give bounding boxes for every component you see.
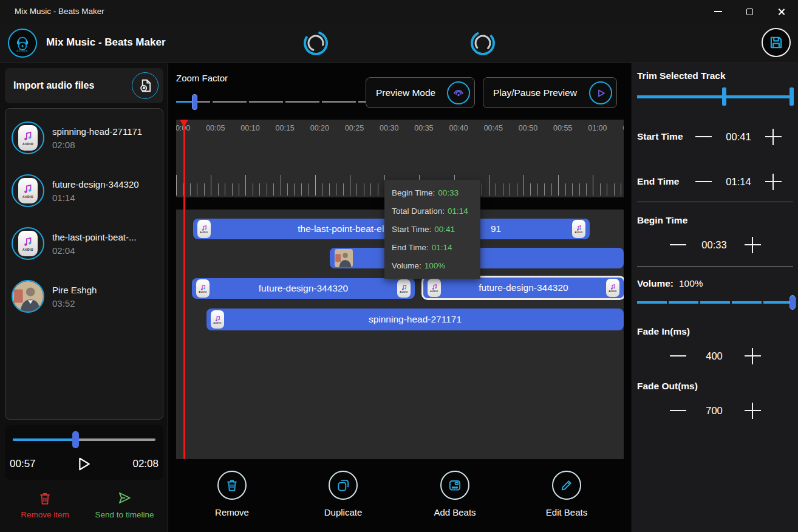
import-audio-button[interactable] <box>132 72 159 99</box>
remove-item-label: Remove item <box>21 510 69 519</box>
eye-icon <box>447 81 470 104</box>
import-title: Import audio files <box>13 68 94 103</box>
minimize-button[interactable] <box>702 0 734 23</box>
tooltip-begin-time: 00:33 <box>438 188 459 197</box>
add-beats-button[interactable]: Add Beats <box>421 471 488 517</box>
clip-label: future-design-344320 <box>423 278 624 298</box>
duplicate-track-label: Duplicate <box>324 507 363 517</box>
track-clip[interactable]: AUDIO spinning-head-271171 <box>206 309 624 330</box>
volume-slider[interactable] <box>637 295 794 310</box>
fade-in-decrease-button[interactable] <box>666 345 690 367</box>
track-clip-selected[interactable]: AUDIO future-design-344320 AUDIO <box>421 276 624 300</box>
send-to-timeline-button[interactable]: Send to timeline <box>84 491 165 519</box>
end-time-increase-button[interactable] <box>761 171 785 193</box>
minus-icon <box>695 136 712 137</box>
minus-icon <box>670 410 686 411</box>
audio-file-icon: AUDIO <box>12 174 44 207</box>
playhead[interactable] <box>183 120 185 459</box>
preview-mode-button[interactable]: Preview Mode <box>366 77 475 108</box>
import-header: Import audio files <box>5 68 163 103</box>
fade-out-value: 700 <box>693 400 735 421</box>
file-duration: 02:08 <box>52 140 142 150</box>
loading-spinner <box>302 30 329 56</box>
window-title: Mix Music - Beats Maker <box>15 0 104 23</box>
fade-out-label: Fade Out(ms) <box>637 380 698 392</box>
fade-out-decrease-button[interactable] <box>666 400 690 421</box>
titlebar: Mix Music - Beats Maker <box>0 0 798 23</box>
clip-label-suffix: 91 <box>491 219 501 239</box>
fade-out-row: 700 <box>632 400 798 421</box>
file-duration: 02:04 <box>52 245 136 256</box>
import-sidebar: Import audio files AUDIO <box>0 63 168 532</box>
start-time-value: 00:41 <box>717 126 760 148</box>
plus-icon <box>765 174 782 190</box>
zoom-factor-slider[interactable] <box>176 95 389 109</box>
clip-thumbnail <box>335 249 353 267</box>
remove-track-button[interactable]: Remove <box>199 471 265 517</box>
player-seek-slider[interactable] <box>13 438 155 441</box>
volume-slider-handle[interactable] <box>789 295 796 310</box>
fade-in-increase-button[interactable] <box>740 345 765 367</box>
fade-out-increase-button[interactable] <box>740 400 765 421</box>
remove-item-button[interactable]: Remove item <box>11 491 79 519</box>
duplicate-icon <box>329 471 358 500</box>
tooltip-volume: 100% <box>425 261 446 270</box>
close-button[interactable] <box>765 0 797 23</box>
trim-range-slider[interactable] <box>637 87 794 106</box>
file-name: the-last-point-beat-... <box>52 232 136 242</box>
begin-time-increase-button[interactable] <box>740 234 765 256</box>
trim-end-handle[interactable] <box>789 87 794 106</box>
file-duration: 03:52 <box>52 298 97 309</box>
start-time-label: Start Time <box>637 126 683 148</box>
player-elapsed-time: 00:57 <box>10 458 36 470</box>
maximize-button[interactable] <box>734 0 765 23</box>
clip-label: the-last-point-beat-ele <box>298 219 389 239</box>
start-time-decrease-button[interactable] <box>691 126 715 148</box>
list-item[interactable]: Pire Eshgh 03:52 <box>12 275 159 318</box>
audio-file-icon: AUDIO <box>12 121 44 154</box>
timeline-area: Zoom Factor Preview Mode Play/Pause Prev… <box>168 63 632 532</box>
zoom-factor-label: Zoom Factor <box>176 73 228 83</box>
trim-start-handle[interactable] <box>722 87 726 106</box>
play-pause-preview-button[interactable]: Play/Pause Preview <box>483 77 617 108</box>
trim-slider-track <box>637 95 794 98</box>
zoom-slider-track <box>176 101 389 103</box>
avatar <box>12 280 44 313</box>
edit-beats-button[interactable]: Edit Beats <box>533 471 600 517</box>
fade-in-row: 400 <box>632 345 798 367</box>
track-clip[interactable]: AUDIO future-design-344320 AUDIO <box>192 278 415 299</box>
fade-in-label: Fade In(ms) <box>637 326 690 338</box>
player-play-button[interactable] <box>77 457 92 471</box>
end-time-decrease-button[interactable] <box>691 171 715 193</box>
list-item[interactable]: AUDIO future-design-344320 01:14 <box>12 169 159 213</box>
end-time-label: End Time <box>637 171 679 193</box>
loading-spinner <box>469 30 496 56</box>
start-time-row: Start Time 00:41 <box>632 126 798 148</box>
save-icon <box>768 35 784 50</box>
maximize-icon <box>746 9 753 15</box>
preview-mode-label: Preview Mode <box>376 87 435 98</box>
save-button[interactable] <box>762 28 791 57</box>
player-slider-handle[interactable] <box>72 431 79 448</box>
window-controls <box>702 0 797 23</box>
send-to-timeline-label: Send to timeline <box>95 510 154 519</box>
plus-icon <box>745 403 761 419</box>
play-pause-label: Play/Pause Preview <box>493 87 577 98</box>
clip-tooltip: Begin Time:00:33 Total Duration:01:14 St… <box>384 180 480 279</box>
preview-player: 00:57 02:08 <box>5 425 163 480</box>
list-item[interactable]: AUDIO spinning-head-271171 02:08 <box>12 116 159 160</box>
begin-time-decrease-button[interactable] <box>666 234 690 256</box>
plus-icon <box>765 129 782 145</box>
edit-beats-label: Edit Beats <box>546 507 587 517</box>
add-beats-icon <box>440 471 469 500</box>
start-time-increase-button[interactable] <box>761 126 785 148</box>
zoom-slider-handle[interactable] <box>192 94 197 110</box>
minus-icon <box>695 181 712 182</box>
tooltip-total-duration: 01:14 <box>448 206 468 216</box>
import-file-icon <box>137 78 153 94</box>
audio-clip-icon: AUDIO <box>197 220 211 238</box>
send-icon <box>117 491 132 506</box>
begin-time-row: 00:33 <box>632 234 798 256</box>
list-item[interactable]: AUDIO the-last-point-beat-... 02:04 <box>12 222 159 265</box>
duplicate-track-button[interactable]: Duplicate <box>310 471 377 517</box>
